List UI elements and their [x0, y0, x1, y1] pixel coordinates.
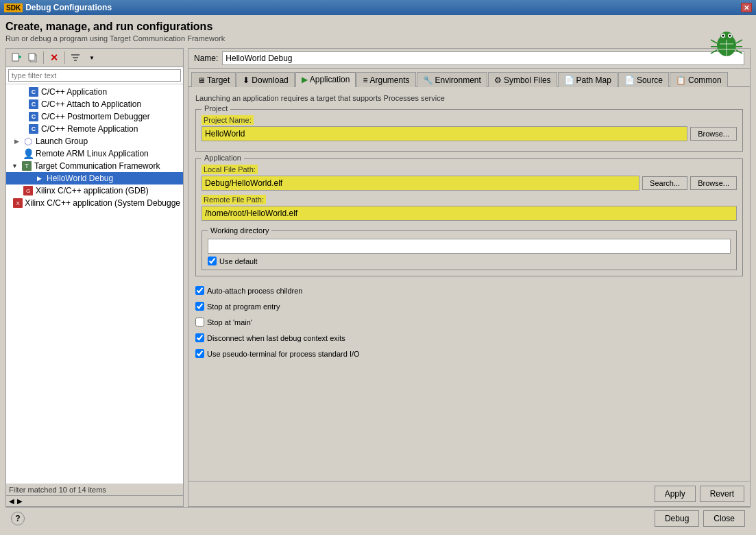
cpp-postmortem-icon: C: [28, 111, 39, 122]
disconnect-exit-label: Disconnect when last debug context exits: [207, 334, 345, 342]
filter-input[interactable]: [8, 69, 181, 82]
tree-item-label: C/C++ Attach to Application: [41, 99, 141, 109]
cpp-remote-icon: C: [28, 123, 39, 134]
tab-common[interactable]: 📋 Common: [670, 72, 728, 87]
tab-source[interactable]: 📄 Source: [618, 72, 669, 87]
tree-item-label: Remote ARM Linux Application: [36, 149, 149, 158]
svg-rect-20: [71, 54, 80, 56]
name-row: Name:: [188, 49, 750, 69]
cpp-attach-icon: C: [28, 99, 39, 110]
local-file-path-field: Local File Path: Search... Browse...: [202, 165, 737, 191]
toolbar-sep-2: [64, 51, 65, 64]
search-button[interactable]: Search...: [642, 176, 687, 190]
tabs-row: 🖥 Target ⬇ Download ▶ Application ≡ Argu…: [188, 69, 750, 87]
project-browse-button[interactable]: Browse...: [690, 127, 737, 141]
stop-main-checkbox[interactable]: [195, 318, 204, 326]
tab-symbol-files[interactable]: ⚙ Symbol Files: [488, 72, 557, 87]
close-button[interactable]: Close: [703, 510, 745, 527]
bottom-bar: Apply Revert: [188, 481, 750, 506]
tab-label: Application: [310, 75, 350, 84]
svg-rect-19: [29, 54, 35, 60]
auto-attach-label: Auto-attach process children: [207, 287, 302, 295]
new-configuration-button[interactable]: [9, 50, 24, 65]
duplicate-configuration-button[interactable]: [25, 50, 40, 65]
tree-item-cpp-remote[interactable]: C C/C++ Remote Application: [6, 123, 183, 135]
disconnect-exit-row: Disconnect when last debug context exits: [195, 333, 743, 342]
tree-item-cpp-postmortem[interactable]: C C/C++ Postmortem Debugger: [6, 110, 183, 123]
svg-rect-22: [74, 60, 77, 61]
pseudo-terminal-row: Use pseudo-terminal for process standard…: [195, 349, 743, 358]
local-file-path-input[interactable]: [202, 176, 639, 191]
local-file-path-label: Local File Path:: [202, 165, 258, 174]
filter-button[interactable]: [68, 50, 83, 65]
tree-item-cpp-app[interactable]: C C/C++ Application: [6, 86, 183, 98]
tab-path-map[interactable]: 📄 Path Map: [558, 72, 618, 87]
auto-attach-checkbox[interactable]: [195, 286, 204, 295]
tree-item-helloworld-debug[interactable]: ▶ HelloWorld Debug: [6, 172, 183, 185]
delete-configuration-button[interactable]: ✕: [47, 50, 62, 65]
workdir-legend: Working directory: [208, 226, 271, 235]
svg-rect-21: [73, 57, 78, 58]
left-panel: ✕ ▼ C C/C++ Application: [5, 48, 184, 507]
tab-environment[interactable]: 🔧 Environment: [417, 72, 487, 87]
stop-entry-checkbox[interactable]: [195, 302, 204, 311]
use-default-checkbox[interactable]: [208, 257, 217, 265]
tcf-arrow: ▼: [12, 163, 21, 169]
tree-item-launch-group[interactable]: ▶ ⬡ Launch Group: [6, 135, 183, 147]
filter-status: Filter matched 10 of 14 items: [6, 484, 183, 495]
scroll-left-button[interactable]: ◀: [9, 497, 14, 505]
project-group: Project Project Name: Browse...: [195, 109, 743, 152]
remote-file-path-label: Remote File Path:: [202, 195, 266, 204]
tree-item-remote-arm[interactable]: 👤 Remote ARM Linux Application: [6, 147, 183, 160]
apply-button[interactable]: Apply: [655, 486, 696, 502]
tab-application[interactable]: ▶ Application: [295, 72, 356, 87]
footer-bar: ? Debug Close: [5, 507, 751, 530]
arguments-tab-icon: ≡: [363, 75, 367, 85]
tab-label: Source: [637, 75, 663, 85]
tree-item-label: C/C++ Application: [41, 87, 107, 97]
local-browse-button[interactable]: Browse...: [690, 176, 737, 190]
tab-arguments[interactable]: ≡ Arguments: [356, 72, 415, 87]
tree-item-tcf[interactable]: ▼ T Target Communication Framework: [6, 160, 183, 172]
project-name-input[interactable]: [202, 126, 687, 141]
title-bar-text: Debug Configurations: [25, 3, 112, 12]
name-input[interactable]: [222, 51, 744, 65]
tab-target[interactable]: 🖥 Target: [191, 72, 236, 87]
header-section: Create, manage, and run configurations R…: [5, 21, 751, 43]
tree-item-xilinx-sysdbg[interactable]: X Xilinx C/C++ application (System Debug…: [6, 197, 183, 209]
tab-label: Environment: [435, 75, 481, 85]
main-window: Create, manage, and run configurations R…: [0, 15, 756, 535]
tree-item-label: Launch Group: [36, 136, 88, 146]
tree-item-label: Target Communication Framework: [34, 161, 160, 171]
tab-download[interactable]: ⬇ Download: [236, 72, 294, 87]
tree-item-label: HelloWorld Debug: [47, 174, 113, 183]
working-directory-input[interactable]: [208, 239, 731, 254]
right-panel: Name: 🖥 Target ⬇ Download ▶ Application: [188, 48, 751, 507]
left-bottom-scroll: ◀ ▶: [6, 495, 183, 506]
tree-item-label: C/C++ Postmortem Debugger: [41, 112, 150, 121]
target-tab-icon: 🖥: [197, 76, 205, 84]
disconnect-exit-checkbox[interactable]: [195, 333, 204, 342]
revert-button[interactable]: Revert: [700, 486, 744, 502]
close-window-button[interactable]: ✕: [741, 3, 752, 12]
stop-main-label: Stop at 'main': [207, 318, 252, 326]
scroll-right-button[interactable]: ▶: [17, 497, 23, 505]
help-button[interactable]: ?: [11, 512, 25, 525]
tab-content-application: Launching an application requires a targ…: [188, 87, 750, 481]
title-bar: SDK Debug Configurations ✕: [0, 0, 756, 15]
svg-line-11: [736, 50, 742, 54]
tree-item-label: Xilinx C/C++ application (System Debugge: [25, 198, 180, 208]
name-label: Name:: [194, 54, 218, 63]
tree-item-xilinx-gdb[interactable]: G Xilinx C/C++ application (GDB): [6, 185, 183, 197]
tree-item-cpp-attach[interactable]: C C/C++ Attach to Application: [6, 98, 183, 110]
options-section: Auto-attach process children Stop at pro…: [195, 283, 743, 358]
project-group-label: Project: [202, 104, 230, 112]
content-area: ✕ ▼ C C/C++ Application: [5, 48, 751, 507]
remote-file-path-input[interactable]: [202, 206, 737, 221]
debug-button[interactable]: Debug: [655, 510, 699, 527]
filter-dropdown-button[interactable]: ▼: [84, 50, 99, 65]
project-name-input-row: Browse...: [202, 126, 737, 141]
bug-icon: [709, 26, 744, 62]
svg-rect-15: [12, 54, 19, 61]
pseudo-terminal-checkbox[interactable]: [195, 349, 204, 358]
